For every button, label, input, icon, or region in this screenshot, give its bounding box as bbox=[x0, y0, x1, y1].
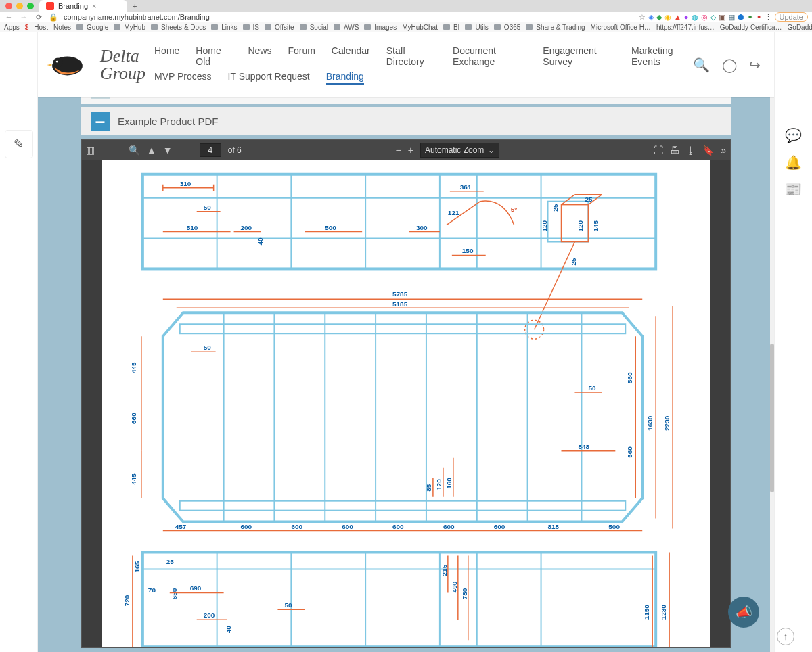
bookmark[interactable]: MyHubChat bbox=[402, 24, 438, 31]
logo-text-line2: Group bbox=[100, 65, 145, 83]
ext-icon[interactable]: ◇ bbox=[710, 13, 716, 22]
notifications-icon[interactable]: 🔔 bbox=[785, 154, 802, 170]
scroll-to-top-button[interactable]: ↑ bbox=[777, 628, 794, 645]
bookmark[interactable]: Notes bbox=[53, 24, 71, 31]
nav-it-support[interactable]: IT Support Request bbox=[228, 71, 310, 85]
bookmark-folder[interactable]: Offsite bbox=[265, 24, 294, 31]
scrollbar-thumb[interactable] bbox=[770, 344, 774, 492]
download-icon[interactable]: ⭳ bbox=[686, 145, 696, 156]
prev-page-icon[interactable]: ▲ bbox=[147, 145, 156, 156]
chat-icon[interactable]: 💬 bbox=[785, 127, 802, 143]
reload-icon[interactable]: ⟳ bbox=[34, 13, 43, 22]
zoom-select[interactable]: Automatic Zoom ⌄ bbox=[420, 143, 499, 158]
bookmark-folder[interactable]: Share & Trading bbox=[526, 24, 585, 31]
nav-home[interactable]: Home bbox=[154, 45, 179, 67]
nav-engagement-survey[interactable]: Engagement Survey bbox=[543, 45, 615, 67]
bookmark-folder[interactable]: Sheets & Docs bbox=[151, 24, 206, 31]
svg-text:70: 70 bbox=[148, 586, 156, 594]
bookmark-folder[interactable]: MyHub bbox=[114, 24, 145, 31]
nav-staff-directory[interactable]: Staff Directory bbox=[386, 45, 436, 67]
svg-text:500: 500 bbox=[608, 523, 620, 530]
search-icon[interactable]: 🔍 bbox=[693, 57, 710, 73]
svg-text:5185: 5185 bbox=[392, 300, 408, 308]
browser-tabbar: Branding × + bbox=[0, 0, 812, 12]
svg-text:85: 85 bbox=[425, 484, 432, 492]
ext-icon[interactable]: ◉ bbox=[664, 13, 671, 22]
browser-tab[interactable]: Branding × bbox=[39, 0, 127, 12]
ext-icon[interactable]: ● bbox=[684, 13, 689, 21]
print-icon[interactable]: 🖶 bbox=[670, 145, 679, 156]
bookmark-folder[interactable]: Social bbox=[300, 24, 328, 31]
bookmark-folder[interactable]: Google bbox=[76, 24, 108, 31]
nav-mvp-process[interactable]: MVP Process bbox=[154, 71, 212, 85]
bookmark[interactable]: GoDaddy Certifica… bbox=[720, 24, 782, 31]
ext-icon[interactable]: ◍ bbox=[692, 13, 698, 22]
tools-icon[interactable]: » bbox=[721, 145, 726, 156]
bookmark[interactable]: Host bbox=[34, 24, 48, 31]
nav-news[interactable]: News bbox=[248, 45, 271, 67]
svg-text:5°: 5° bbox=[511, 206, 518, 213]
bookmark[interactable]: https://ff247.infus… bbox=[656, 24, 715, 31]
edit-page-button[interactable]: ✎ bbox=[5, 130, 33, 158]
nav-branding[interactable]: Branding bbox=[326, 71, 364, 85]
forward-icon[interactable]: → bbox=[19, 13, 28, 21]
bookmark[interactable]: Microsoft Office H… bbox=[591, 24, 651, 31]
bookmark-folder[interactable]: O365 bbox=[494, 24, 520, 31]
svg-text:165: 165 bbox=[133, 561, 141, 572]
zoom-in-icon[interactable]: + bbox=[408, 145, 413, 156]
bookmark-folder[interactable]: Images bbox=[364, 24, 397, 31]
ext-icon[interactable]: ▲ bbox=[674, 13, 681, 21]
bookmark-folder[interactable]: AWS bbox=[334, 24, 359, 31]
back-icon[interactable]: ← bbox=[4, 13, 14, 21]
find-icon[interactable]: 🔍 bbox=[129, 145, 140, 156]
close-window-icon[interactable] bbox=[5, 3, 12, 9]
bookmark[interactable]: GoDaddy Purchas… bbox=[788, 24, 812, 31]
ext-icon[interactable]: ✶ bbox=[756, 13, 762, 22]
ext-icon[interactable]: ▦ bbox=[728, 13, 735, 22]
bookmark-icon[interactable]: 🔖 bbox=[702, 145, 714, 156]
site-logo[interactable]: Delta Group bbox=[38, 47, 154, 83]
header-actions: 🔍 ◯ ↪ bbox=[693, 57, 761, 73]
tab-close-icon[interactable]: × bbox=[92, 2, 96, 10]
nav-calendar[interactable]: Calendar bbox=[332, 45, 370, 67]
nav-forum[interactable]: Forum bbox=[288, 45, 315, 67]
minimize-window-icon[interactable] bbox=[16, 3, 23, 9]
bookmark-folder[interactable]: BI bbox=[443, 24, 459, 31]
next-page-icon[interactable]: ▼ bbox=[163, 145, 173, 156]
ext-icon[interactable]: ◈ bbox=[648, 13, 654, 22]
star-icon[interactable]: ☆ bbox=[639, 13, 646, 22]
presentation-icon[interactable]: ⛶ bbox=[654, 145, 663, 156]
ext-icon[interactable]: ⬢ bbox=[738, 13, 744, 22]
maximize-window-icon[interactable] bbox=[27, 3, 34, 9]
profile-icon[interactable]: ◯ bbox=[722, 57, 737, 73]
ext-icon[interactable]: ⋮ bbox=[765, 13, 772, 22]
nav-home-old[interactable]: Home Old bbox=[196, 45, 231, 67]
accordion-item-pdf[interactable]: – Example Product PDF bbox=[81, 107, 731, 135]
svg-text:50: 50 bbox=[204, 344, 212, 351]
svg-text:600: 600 bbox=[342, 523, 353, 530]
ext-icon[interactable]: ▣ bbox=[719, 13, 725, 22]
bookmark-folder[interactable]: Links bbox=[211, 24, 237, 31]
ext-icon[interactable]: ◆ bbox=[656, 13, 662, 22]
bookmark[interactable]: Apps bbox=[4, 24, 20, 31]
bookmark-folder[interactable]: Utils bbox=[465, 24, 488, 31]
news-icon[interactable]: 📰 bbox=[785, 181, 802, 197]
update-button[interactable]: Update bbox=[775, 12, 808, 22]
bookmark-folder[interactable]: IS bbox=[243, 24, 259, 31]
ext-icon[interactable]: ◎ bbox=[701, 13, 708, 22]
site-header: Delta Group Home Home Old News Forum Cal… bbox=[38, 32, 774, 97]
nav-marketing-events[interactable]: Marketing Events bbox=[631, 45, 693, 67]
zoom-out-icon[interactable]: − bbox=[396, 145, 401, 156]
logout-icon[interactable]: ↪ bbox=[749, 57, 761, 73]
sidebar-toggle-icon[interactable]: ▥ bbox=[86, 145, 95, 156]
ext-icon[interactable]: ✦ bbox=[747, 13, 753, 22]
new-tab-button[interactable]: + bbox=[127, 2, 142, 10]
announce-fab-button[interactable]: 📣 bbox=[728, 597, 759, 628]
svg-text:2230: 2230 bbox=[663, 415, 671, 431]
nav-document-exchange[interactable]: Document Exchange bbox=[453, 45, 526, 67]
bookmark[interactable]: $ bbox=[25, 24, 29, 31]
page-number-input[interactable]: 4 bbox=[200, 143, 221, 157]
svg-text:25: 25 bbox=[585, 195, 593, 203]
pdf-viewer: ▥ 🔍 ▲ ▼ 4 of 6 − + Automatic Zoom ⌄ bbox=[81, 139, 731, 648]
address-bar[interactable]: companyname.myhubintranet.com/Branding bbox=[64, 13, 633, 21]
